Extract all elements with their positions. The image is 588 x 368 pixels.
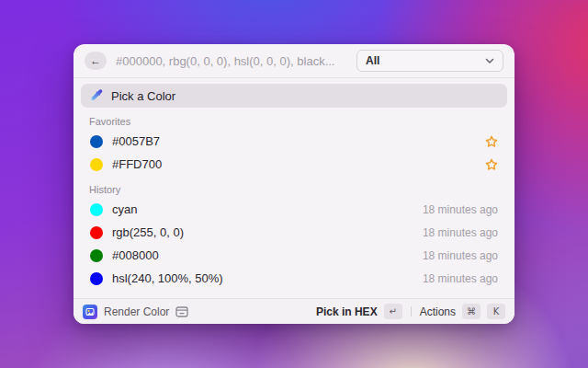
- render-color-app-icon: [83, 305, 97, 319]
- enter-key-badge: ↵: [384, 304, 402, 319]
- color-label: #008000: [112, 248, 159, 262]
- color-swatch: [90, 272, 103, 285]
- section-title-history: History: [81, 184, 507, 195]
- color-label: cyan: [112, 202, 137, 216]
- desktop-background: ← All Pick a Color Favori: [0, 0, 588, 368]
- color-picker-window: ← All Pick a Color Favori: [74, 44, 514, 324]
- k-key-badge: K: [487, 304, 505, 319]
- actions-menu-label[interactable]: Actions: [420, 305, 456, 318]
- list-item-history[interactable]: rgb(255, 0, 0) 18 minutes ago: [81, 221, 507, 244]
- eyedropper-icon: [90, 89, 103, 102]
- star-icon[interactable]: [485, 158, 498, 171]
- timestamp: 18 minutes ago: [423, 249, 498, 262]
- star-icon[interactable]: [485, 135, 498, 148]
- list-item-favorite[interactable]: #FFD700: [81, 153, 507, 176]
- filter-dropdown-value: All: [366, 54, 379, 67]
- list-item-favorite[interactable]: #0057B7: [81, 130, 507, 153]
- timestamp: 18 minutes ago: [423, 203, 498, 216]
- command-label: Pick a Color: [111, 89, 175, 103]
- list-item-history[interactable]: hsl(240, 100%, 50%) 18 minutes ago: [81, 267, 507, 290]
- search-bar: ← All: [74, 44, 514, 78]
- primary-action-label[interactable]: Pick in HEX: [316, 305, 378, 318]
- timestamp: 18 minutes ago: [423, 226, 498, 239]
- color-swatch: [90, 226, 103, 239]
- search-input[interactable]: [116, 54, 347, 68]
- color-swatch: [90, 203, 103, 216]
- color-label: hsl(240, 100%, 50%): [112, 271, 223, 285]
- list-item-history[interactable]: cyan 18 minutes ago: [81, 198, 507, 221]
- color-swatch: [90, 135, 103, 148]
- status-bar: Render Color Pick in HEX ↵ Actions ⌘ K: [74, 298, 514, 324]
- back-button[interactable]: ←: [85, 52, 107, 70]
- color-swatch: [90, 249, 103, 262]
- footer-divider: [411, 306, 412, 316]
- results-list: Pick a Color Favorites #0057B7 #FFD700: [74, 78, 514, 298]
- timestamp: 18 minutes ago: [423, 272, 498, 285]
- cmd-key-badge: ⌘: [462, 304, 481, 319]
- section-title-favorites: Favorites: [81, 116, 507, 127]
- color-swatch: [90, 158, 103, 171]
- chevron-down-icon: [485, 58, 494, 64]
- back-arrow-icon: ←: [90, 54, 101, 67]
- list-item-history[interactable]: #008000 18 minutes ago: [81, 244, 507, 267]
- color-label: rgb(255, 0, 0): [112, 225, 184, 239]
- color-label: #FFD700: [112, 157, 162, 171]
- window-icon: [175, 306, 188, 317]
- color-label: #0057B7: [112, 134, 160, 148]
- app-name: Render Color: [104, 305, 169, 318]
- command-pick-a-color[interactable]: Pick a Color: [81, 84, 507, 108]
- filter-dropdown[interactable]: All: [356, 50, 503, 72]
